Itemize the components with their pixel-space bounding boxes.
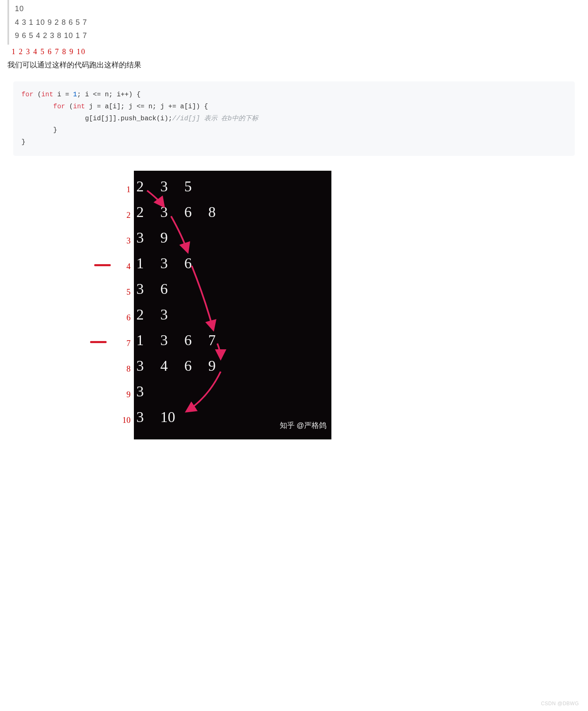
code-line-4: } xyxy=(21,126,57,134)
kw-for-1: for xyxy=(21,91,33,98)
zhihu-watermark: 知乎 @严格鸽 xyxy=(280,419,326,432)
body-text: 我们可以通过这样的代码跑出这样的结果 xyxy=(7,59,581,72)
row-label-9: 9 xyxy=(100,382,131,407)
output-row-2: 2368 xyxy=(136,200,232,225)
output-row-6: 23 xyxy=(136,302,184,328)
index-sequence: 1 2 3 4 5 6 7 8 9 10 xyxy=(7,45,581,58)
row-label-3: 3 xyxy=(100,228,131,253)
row-label-8: 8 xyxy=(100,356,131,382)
kw-for-2: for xyxy=(53,103,65,110)
row-label-1: 1 xyxy=(100,177,131,202)
output-panel: 235 2368 39 136 36 23 1367 3469 3 310 知乎… xyxy=(134,171,331,439)
output-row-3: 39 xyxy=(136,225,184,251)
code-line-5: } xyxy=(21,138,26,146)
row-label-2: 2 xyxy=(100,202,131,228)
output-row-8: 3469 xyxy=(136,353,232,379)
row-label-7: 7 xyxy=(100,330,131,356)
output-row-5: 36 xyxy=(136,277,184,302)
row-label-4: 4 xyxy=(100,253,131,279)
output-row-4: 136 xyxy=(136,251,208,277)
dash-mark-7 xyxy=(90,341,107,343)
code-block: for (int i = 1; i <= n; i++) { for (int … xyxy=(13,81,575,156)
csdn-watermark: CSDN @DBWG xyxy=(541,699,579,708)
output-row-10: 310 xyxy=(136,405,175,430)
dash-mark-4 xyxy=(94,264,111,266)
diagram: 1 2 3 4 5 6 7 8 9 10 235 2368 39 136 36 … xyxy=(100,171,331,444)
kw-int-2: int xyxy=(73,103,85,110)
row-label-5: 5 xyxy=(100,279,131,305)
code-comment: //id[j] 表示 在b中的下标 xyxy=(172,115,258,122)
input-data-quote: 10 4 3 1 10 9 2 8 6 5 7 9 6 5 4 2 3 8 10… xyxy=(7,0,581,45)
output-row-7: 1367 xyxy=(136,328,232,353)
code-line-3: g[id[j]].push_back(i); xyxy=(21,115,172,122)
row-label-10: 10 xyxy=(100,407,131,433)
num-1: 1 xyxy=(73,91,77,98)
quote-line-3: 9 6 5 4 2 3 8 10 1 7 xyxy=(15,29,581,42)
row-label-6: 6 xyxy=(100,305,131,330)
output-row-9: 3 xyxy=(136,379,160,405)
row-labels-column: 1 2 3 4 5 6 7 8 9 10 xyxy=(100,177,131,433)
quote-line-1: 10 xyxy=(15,2,581,15)
output-row-1: 235 xyxy=(136,174,208,200)
kw-int-1: int xyxy=(41,91,53,98)
quote-line-2: 4 3 1 10 9 2 8 6 5 7 xyxy=(15,16,581,29)
